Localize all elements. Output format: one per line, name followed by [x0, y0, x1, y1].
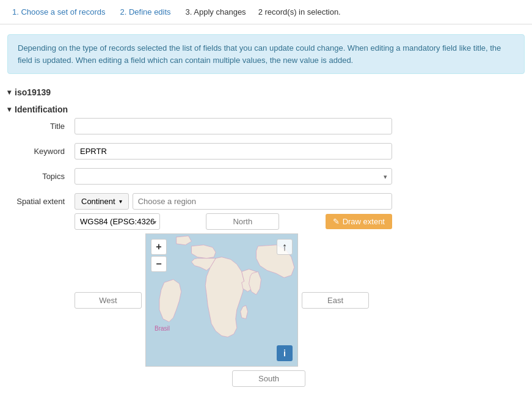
- map-zoom-controls: + −: [151, 239, 167, 272]
- title-field-wrapper: [75, 118, 392, 134]
- record-count: 2 record(s) in selection.: [258, 7, 341, 16]
- form-container: Title Keyword Topics ▾ Spatial extent: [0, 118, 532, 387]
- crs-select[interactable]: WGS84 (EPSG:4326): [75, 213, 160, 230]
- continent-label: Continent: [81, 197, 115, 206]
- topics-select[interactable]: [75, 168, 392, 185]
- title-label: Title: [7, 118, 75, 131]
- north-input[interactable]: [206, 213, 279, 230]
- topics-row: Topics ▾: [7, 168, 525, 185]
- info-box-text: Depending on the type of records selecte…: [18, 43, 501, 65]
- map-info-button[interactable]: i: [277, 345, 293, 361]
- north-input-wrapper: [164, 213, 322, 230]
- map-svg: [146, 234, 297, 366]
- east-input-wrapper: [302, 292, 369, 309]
- nav-step-2[interactable]: 2. Define edits: [115, 5, 175, 19]
- spatial-extent-label: Spatial extent: [7, 193, 75, 206]
- region-input[interactable]: [133, 193, 392, 210]
- topics-select-wrapper: ▾: [75, 168, 392, 185]
- west-input[interactable]: [75, 292, 142, 309]
- draw-extent-button[interactable]: ✎ Draw extent: [326, 214, 392, 229]
- zoom-in-button[interactable]: +: [151, 239, 167, 255]
- title-row: Title: [7, 118, 525, 134]
- west-input-wrapper: [75, 292, 142, 309]
- map-box: Brasil + − ↑ i: [145, 233, 298, 367]
- spatial-extent-wrapper: Continent ▾ WGS84 (EPSG:4326) ▾ ✎: [75, 193, 392, 387]
- topics-field-wrapper: ▾: [75, 168, 392, 185]
- draw-extent-label: Draw extent: [343, 217, 385, 226]
- section-iso19139[interactable]: ▾ iso19139: [0, 84, 532, 101]
- top-nav: 1. Choose a set of records 2. Define edi…: [0, 0, 532, 24]
- keyword-row: Keyword: [7, 143, 525, 160]
- south-row: [145, 370, 392, 387]
- section-iso19139-label: iso19139: [15, 87, 51, 97]
- section-identification-arrow: ▾: [7, 105, 11, 114]
- crs-select-wrapper: WGS84 (EPSG:4326) ▾: [75, 213, 160, 230]
- info-icon: i: [283, 348, 286, 358]
- pencil-icon: ✎: [333, 217, 340, 226]
- south-input[interactable]: [232, 370, 305, 387]
- spatial-coords-row: WGS84 (EPSG:4326) ▾ ✎ Draw extent: [75, 213, 392, 230]
- section-identification[interactable]: ▾ Identification: [0, 101, 532, 118]
- continent-caret: ▾: [119, 198, 122, 205]
- keyword-label: Keyword: [7, 143, 75, 156]
- east-input[interactable]: [302, 292, 369, 309]
- spatial-top-row: Continent ▾: [75, 193, 392, 210]
- topics-label: Topics: [7, 168, 75, 181]
- nav-step-1[interactable]: 1. Choose a set of records: [7, 5, 110, 19]
- keyword-field-wrapper: [75, 143, 392, 160]
- title-input[interactable]: [75, 118, 392, 134]
- info-box: Depending on the type of records selecte…: [7, 34, 525, 74]
- continent-button[interactable]: Continent ▾: [75, 193, 129, 210]
- section-iso19139-arrow: ▾: [7, 88, 11, 97]
- nav-step-3[interactable]: 3. Apply changes: [181, 5, 251, 19]
- spatial-extent-row: Spatial extent Continent ▾ WGS84 (EPSG:4…: [7, 193, 525, 387]
- map-container: Brasil + − ↑ i: [75, 233, 392, 367]
- zoom-out-button[interactable]: −: [151, 256, 167, 272]
- keyword-input[interactable]: [75, 143, 392, 160]
- section-identification-label: Identification: [15, 105, 68, 114]
- north-arrow-button[interactable]: ↑: [277, 239, 293, 255]
